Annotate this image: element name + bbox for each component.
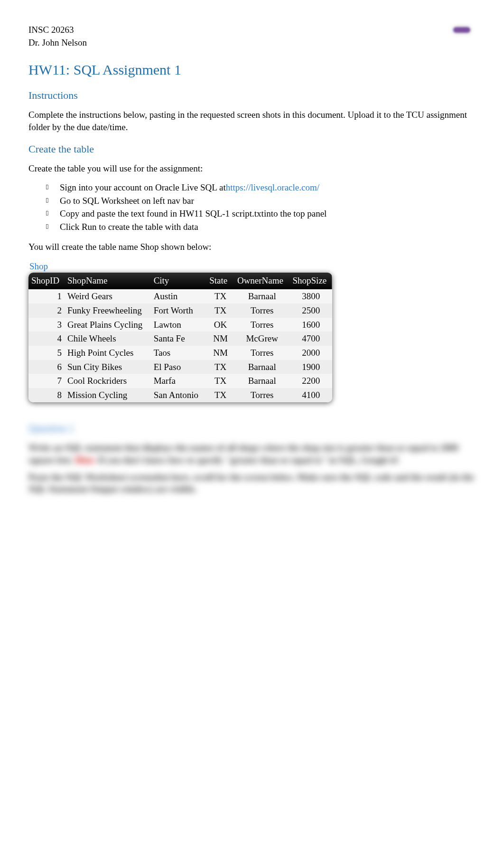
- cell-name: Great Plains Cycling: [65, 318, 151, 332]
- cell-owner: Torres: [234, 318, 290, 332]
- cell-name: Cool Rockriders: [65, 374, 151, 388]
- cell-name: Mission Cycling: [65, 388, 151, 402]
- cell-owner: Barnaal: [234, 289, 290, 303]
- create-table-outro: You will create the table name Shop show…: [28, 241, 476, 253]
- blurred-preview: Question 1 Write an SQL statement that d…: [28, 421, 476, 495]
- cell-size: 2000: [289, 346, 332, 360]
- table-row: 2 Funky Freewheeling Fort Worth TX Torre…: [28, 303, 332, 318]
- col-header-city: City: [151, 273, 207, 290]
- cell-size: 4700: [289, 332, 332, 346]
- table-row: 6 Sun City Bikes El Paso TX Barnaal 1900: [28, 360, 332, 374]
- col-header-state: State: [206, 273, 234, 290]
- question-line1b: If you don't know how to specify "greate…: [98, 455, 399, 465]
- table-row: 5 High Point Cycles Taos NM Torres 2000: [28, 346, 332, 360]
- table-row: 4 Chile Wheels Santa Fe NM McGrew 4700: [28, 332, 332, 346]
- cell-owner: Torres: [234, 388, 290, 402]
- cell-id: 8: [28, 388, 65, 402]
- cell-size: 1600: [289, 318, 332, 332]
- cell-state: NM: [206, 346, 234, 360]
- table-row: 7 Cool Rockriders Marfa TX Barnaal 2200: [28, 374, 332, 388]
- cell-state: OK: [206, 318, 234, 332]
- cell-city: El Paso: [151, 360, 207, 374]
- instructor-name: Dr. John Nelson: [28, 37, 87, 49]
- cell-size: 3800: [289, 289, 332, 303]
- table-row: 3 Great Plains Cycling Lawton OK Torres …: [28, 318, 332, 332]
- bullet-item: Copy and paste the text found in HW11 SQ…: [46, 208, 476, 220]
- create-table-intro: Create the table you will use for the as…: [28, 162, 476, 175]
- cell-size: 2200: [289, 374, 332, 388]
- bullet-item: Click Run to create the table with data: [46, 221, 476, 233]
- shop-table: ShopID ShopName City State OwnerName Sho…: [28, 273, 332, 402]
- bullet-text: Sign into your account on Oracle Live SQ…: [60, 182, 226, 192]
- table-row: 8 Mission Cycling San Antonio TX Torres …: [28, 388, 332, 402]
- question-text: Write an SQL statement that displays the…: [28, 442, 476, 466]
- col-header-size: ShopSize: [289, 273, 332, 290]
- badge-pill: [453, 27, 470, 33]
- instructions-text: Complete the instructions below, pasting…: [28, 109, 476, 133]
- cell-id: 5: [28, 346, 65, 360]
- cell-city: San Antonio: [151, 388, 207, 402]
- bullet-text: Click Run to create the table with data: [60, 222, 198, 232]
- cell-state: TX: [206, 303, 234, 318]
- cell-state: TX: [206, 374, 234, 388]
- cell-size: 4100: [289, 388, 332, 402]
- cell-owner: McGrew: [234, 332, 290, 346]
- shop-table-wrap: ShopID ShopName City State OwnerName Sho…: [28, 273, 332, 402]
- cell-city: Taos: [151, 346, 207, 360]
- question-line2: Paste the SQL Worksheet screenshot here,…: [28, 471, 476, 495]
- cell-id: 2: [28, 303, 65, 318]
- cell-state: TX: [206, 289, 234, 303]
- cell-owner: Torres: [234, 346, 290, 360]
- cell-id: 3: [28, 318, 65, 332]
- col-header-name: ShopName: [65, 273, 151, 290]
- cell-name: Weird Gears: [65, 289, 151, 303]
- cell-owner: Barnaal: [234, 360, 290, 374]
- cell-city: Marfa: [151, 374, 207, 388]
- cell-owner: Barnaal: [234, 374, 290, 388]
- cell-state: TX: [206, 360, 234, 374]
- cell-name: Funky Freewheeling: [65, 303, 151, 318]
- instructions-heading: Instructions: [28, 88, 476, 103]
- cell-id: 1: [28, 289, 65, 303]
- oracle-link[interactable]: https://livesql.oracle.com/: [226, 182, 319, 192]
- cell-id: 4: [28, 332, 65, 346]
- cell-owner: Torres: [234, 303, 290, 318]
- cell-state: NM: [206, 332, 234, 346]
- question-heading: Question 1: [28, 421, 476, 436]
- col-header-id: ShopID: [28, 273, 65, 290]
- table-caption: Shop: [28, 260, 476, 273]
- table-row: 1 Weird Gears Austin TX Barnaal 3800: [28, 289, 332, 303]
- bullet-text: Go to SQL Worksheet on left nav bar: [60, 196, 194, 206]
- cell-size: 2500: [289, 303, 332, 318]
- cell-state: TX: [206, 388, 234, 402]
- cell-id: 7: [28, 374, 65, 388]
- bullet-item: Sign into your account on Oracle Live SQ…: [46, 181, 476, 194]
- cell-name: Chile Wheels: [65, 332, 151, 346]
- document-header: INSC 20263 Dr. John Nelson: [28, 24, 476, 49]
- cell-name: Sun City Bikes: [65, 360, 151, 374]
- course-code: INSC 20263: [28, 24, 87, 37]
- cell-city: Austin: [151, 289, 207, 303]
- bullet-item: Go to SQL Worksheet on left nav bar: [46, 195, 476, 207]
- header-left: INSC 20263 Dr. John Nelson: [28, 24, 87, 49]
- create-table-heading: Create the table: [28, 142, 476, 156]
- table-header-row: ShopID ShopName City State OwnerName Sho…: [28, 273, 332, 290]
- table-body: 1 Weird Gears Austin TX Barnaal 3800 2 F…: [28, 289, 332, 402]
- bullet-text: Copy and paste the text found in HW11 SQ…: [60, 209, 327, 218]
- col-header-owner: OwnerName: [234, 273, 290, 290]
- cell-id: 6: [28, 360, 65, 374]
- instruction-bullets: Sign into your account on Oracle Live SQ…: [28, 181, 476, 233]
- cell-city: Lawton: [151, 318, 207, 332]
- page-title: HW11: SQL Assignment 1: [28, 60, 476, 80]
- cell-city: Fort Worth: [151, 303, 207, 318]
- cell-city: Santa Fe: [151, 332, 207, 346]
- hint-label: Hint:: [75, 455, 95, 465]
- preview-badge: [453, 24, 476, 36]
- cell-name: High Point Cycles: [65, 346, 151, 360]
- cell-size: 1900: [289, 360, 332, 374]
